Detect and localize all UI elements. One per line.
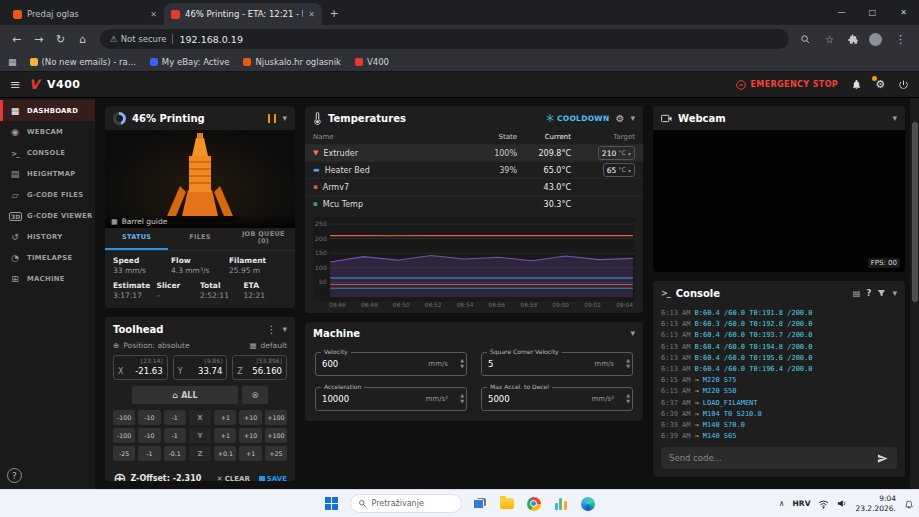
jog-button[interactable]: -1: [164, 410, 186, 425]
sidebar-item[interactable]: HEIGHTMAP: [0, 163, 95, 184]
sidebar-item[interactable]: TIMELAPSE: [0, 247, 95, 268]
webcam-collapse-icon[interactable]: [892, 113, 897, 123]
target-temp-input[interactable]: 65 °C: [603, 163, 635, 177]
browser-tab[interactable]: Predaj oglas: [6, 3, 164, 25]
settings-gear-icon[interactable]: [875, 78, 885, 91]
jog-button[interactable]: +10: [239, 410, 261, 425]
task-view-icon[interactable]: [471, 495, 489, 513]
language-indicator[interactable]: HRV: [793, 499, 811, 508]
command-list-icon[interactable]: [853, 289, 861, 298]
jog-button[interactable]: +100: [265, 410, 287, 425]
sidebar-item[interactable]: MACHINE: [0, 268, 95, 289]
taskbar-clock[interactable]: 9:04 23.2.2026.: [855, 494, 896, 514]
profile-avatar[interactable]: [869, 33, 882, 46]
sidebar-item[interactable]: WEBCAM: [0, 121, 95, 142]
temperatures-collapse-icon[interactable]: [630, 113, 635, 123]
home-icon[interactable]: [74, 33, 91, 46]
print-card-tab[interactable]: JOB QUEUE (0): [232, 228, 295, 250]
print-card-collapse-icon[interactable]: [282, 113, 287, 123]
emergency-stop-button[interactable]: EMERGENCY STOP: [736, 80, 838, 90]
store-app-icon[interactable]: [552, 495, 570, 513]
axis-position-box[interactable]: Y [9.86] 33.74: [173, 355, 228, 380]
bookmark-item[interactable]: (No new emails) - ra...: [23, 57, 143, 67]
window-maximize-button[interactable]: □: [857, 0, 888, 25]
field-value[interactable]: 5000: [488, 394, 592, 404]
bookmark-item[interactable]: My eBay: Active: [143, 57, 237, 67]
extensions-icon[interactable]: [848, 34, 859, 45]
notifications-bell-icon[interactable]: [851, 79, 862, 90]
sidebar-item[interactable]: G-CODE VIEWER: [0, 205, 95, 226]
tab-close-icon[interactable]: [150, 10, 157, 19]
jog-button[interactable]: -1: [164, 428, 186, 443]
motors-off-button[interactable]: [242, 386, 268, 404]
not-secure-label[interactable]: Not secure: [121, 34, 167, 44]
temperature-row[interactable]: ▪ Armv7 43.0°C: [305, 178, 643, 195]
notification-center-icon[interactable]: [904, 499, 914, 509]
scrollbar-thumb[interactable]: [912, 122, 918, 302]
chrome-icon[interactable]: [525, 495, 543, 513]
temperature-settings-icon[interactable]: [616, 113, 625, 124]
bookmark-star-icon[interactable]: [821, 34, 838, 45]
jog-button[interactable]: -100: [113, 410, 135, 425]
file-explorer-icon[interactable]: [498, 495, 516, 513]
jog-button[interactable]: -1: [138, 446, 160, 461]
jog-button[interactable]: -0.1: [164, 446, 186, 461]
pause-print-button[interactable]: [268, 114, 276, 123]
browser-tab[interactable]: 46% Printing - ETA: 12:21 - Ba...: [164, 3, 322, 25]
toolhead-collapse-icon[interactable]: [282, 324, 287, 334]
console-input[interactable]: [669, 453, 870, 463]
machine-limit-field[interactable]: Acceleration 10000 mm/s² ▲▼: [315, 387, 467, 411]
sidebar-item[interactable]: DASHBOARD: [0, 100, 95, 121]
jog-button[interactable]: +25: [265, 446, 287, 461]
machine-limit-field[interactable]: Max Accel. to Decel 5000 mm/s² ▲▼: [481, 387, 633, 411]
new-tab-button[interactable]: +: [326, 5, 342, 21]
forward-icon[interactable]: [30, 33, 47, 46]
jog-button[interactable]: -100: [113, 428, 135, 443]
apps-grid-icon[interactable]: [8, 57, 17, 67]
jog-button[interactable]: +1: [239, 446, 261, 461]
edge-icon[interactable]: [579, 495, 597, 513]
bookmark-item[interactable]: Njuskalo.hr oglasnik: [236, 57, 347, 67]
send-icon[interactable]: [876, 453, 889, 464]
target-dropdown-icon[interactable]: [628, 150, 631, 157]
print-card-tab[interactable]: FILES: [168, 228, 231, 250]
jog-button[interactable]: +0.1: [214, 446, 236, 461]
search-icon[interactable]: [800, 34, 811, 45]
tray-expand-icon[interactable]: [779, 499, 785, 508]
console-collapse-icon[interactable]: [892, 288, 897, 298]
jog-button[interactable]: -10: [138, 410, 160, 425]
temperature-row[interactable]: ▪ Mcu Temp 30.3°C: [305, 195, 643, 212]
browser-menu-icon[interactable]: [892, 33, 909, 46]
field-value[interactable]: 600: [322, 359, 428, 369]
start-button[interactable]: [323, 495, 341, 513]
jog-button[interactable]: -10: [138, 428, 160, 443]
jog-button[interactable]: +1: [214, 410, 236, 425]
window-minimize-button[interactable]: —: [826, 0, 857, 25]
jog-button[interactable]: +100: [265, 428, 287, 443]
wifi-icon[interactable]: [818, 499, 829, 509]
field-value[interactable]: 10000: [322, 394, 426, 404]
field-value[interactable]: 5: [488, 359, 594, 369]
taskbar-search[interactable]: Pretraživanje: [350, 494, 462, 513]
z-offset-clear-button[interactable]: CLEAR: [217, 475, 250, 482]
jog-button[interactable]: +10: [239, 428, 261, 443]
field-stepper[interactable]: ▲▼: [626, 354, 630, 374]
machine-limit-field[interactable]: Velocity 600 mm/s ▲▼: [315, 352, 467, 376]
jog-button[interactable]: +1: [214, 428, 236, 443]
window-close-button[interactable]: ✕: [888, 0, 919, 25]
target-dropdown-icon[interactable]: [628, 167, 631, 174]
address-bar[interactable]: Not secure 192.168.0.19: [100, 29, 789, 49]
back-icon[interactable]: [8, 33, 25, 46]
sidebar-item[interactable]: HISTORY: [0, 226, 95, 247]
power-icon[interactable]: [898, 79, 909, 90]
sidebar-item[interactable]: CONSOLE: [0, 142, 95, 163]
bookmark-item[interactable]: V400: [348, 57, 396, 67]
home-all-button[interactable]: ALL: [132, 386, 238, 404]
volume-icon[interactable]: [837, 499, 847, 508]
temperature-row[interactable]: ▬ Heater Bed 39% 65.0°C 65 °C: [305, 161, 643, 178]
target-temp-input[interactable]: 210 °C: [598, 146, 635, 160]
field-stepper[interactable]: ▲▼: [460, 354, 464, 374]
reload-icon[interactable]: [52, 33, 69, 46]
machine-limit-field[interactable]: Square Corner Velocity 5 mm/s ▲▼: [481, 352, 633, 376]
hamburger-menu-icon[interactable]: ≡: [10, 77, 21, 92]
